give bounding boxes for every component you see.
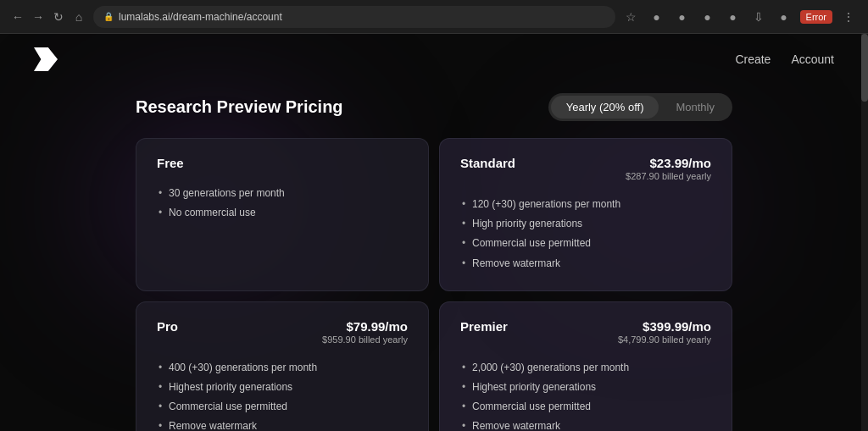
- plan-features-free: 30 generations per month No commercial u…: [157, 184, 408, 223]
- plan-card-header-standard: Standard $23.99/mo $287.90 billed yearly: [460, 156, 711, 181]
- plan-price-premier: $399.99/mo: [643, 319, 711, 334]
- lock-icon: 🔒: [103, 12, 114, 21]
- plan-features-premier: 2,000 (+30) generations per month Highes…: [460, 358, 711, 431]
- menu-icon[interactable]: ⋮: [839, 8, 858, 26]
- plan-price-standard: $23.99/mo: [649, 156, 711, 170]
- feature-pro-4: Remove watermark: [157, 417, 408, 431]
- feature-standard-3: Commercial use permitted: [460, 234, 711, 253]
- star-icon[interactable]: ☆: [622, 8, 641, 26]
- main-content: Research Preview Pricing Yearly (20% off…: [0, 85, 868, 431]
- billing-toggle: Yearly (20% off) Monthly: [548, 93, 732, 121]
- plan-price-block-premier: $399.99/mo $4,799.90 billed yearly: [618, 319, 711, 345]
- browser-actions: ☆ ● ● ● ● ⇩ ● Error ⋮: [622, 8, 858, 26]
- page: Create Account Research Preview Pricing …: [0, 34, 868, 431]
- download-icon[interactable]: ⇩: [749, 8, 768, 26]
- pricing-header: Research Preview Pricing Yearly (20% off…: [136, 93, 732, 121]
- plan-price-block-pro: $79.99/mo $959.90 billed yearly: [322, 319, 408, 345]
- feature-standard-4: Remove watermark: [460, 254, 711, 274]
- url-text: lumalabs.ai/dream-machine/account: [119, 11, 282, 23]
- back-button[interactable]: ←: [10, 9, 25, 25]
- feature-standard-1: 120 (+30) generations per month: [460, 195, 711, 214]
- error-badge[interactable]: Error: [800, 10, 832, 24]
- home-button[interactable]: ⌂: [71, 9, 86, 25]
- navbar: Create Account: [0, 34, 868, 85]
- feature-free-2: No commercial use: [157, 203, 408, 223]
- browser-nav-buttons: ← → ↻ ⌂: [10, 9, 86, 25]
- feature-premier-3: Commercial use permitted: [460, 397, 711, 417]
- feature-premier-4: Remove watermark: [460, 417, 711, 431]
- plan-card-pro: Pro $79.99/mo $959.90 billed yearly 400 …: [136, 301, 429, 431]
- feature-pro-2: Highest priority generations: [157, 378, 408, 397]
- extension-icon-4[interactable]: ●: [724, 8, 743, 26]
- feature-premier-2: Highest priority generations: [460, 378, 711, 397]
- plan-billed-standard: $287.90 billed yearly: [626, 171, 711, 181]
- plan-card-header-pro: Pro $79.99/mo $959.90 billed yearly: [157, 319, 408, 345]
- plan-price-pro: $79.99/mo: [346, 319, 408, 334]
- profile-icon[interactable]: ●: [775, 8, 793, 26]
- pricing-grid: Free 30 generations per month No commerc…: [136, 138, 732, 431]
- plan-card-premier: Premier $399.99/mo $4,799.90 billed year…: [439, 301, 732, 431]
- extension-icon-2[interactable]: ●: [673, 8, 692, 26]
- plan-name-pro: Pro: [157, 319, 178, 334]
- feature-premier-1: 2,000 (+30) generations per month: [460, 358, 711, 378]
- create-nav-link[interactable]: Create: [735, 52, 771, 66]
- plan-features-pro: 400 (+30) generations per month Highest …: [157, 358, 408, 431]
- logo[interactable]: [34, 47, 58, 71]
- feature-pro-3: Commercial use permitted: [157, 397, 408, 417]
- yearly-toggle-button[interactable]: Yearly (20% off): [551, 96, 659, 119]
- nav-links: Create Account: [735, 52, 834, 66]
- plan-card-free: Free 30 generations per month No commerc…: [136, 138, 429, 291]
- account-nav-link[interactable]: Account: [791, 52, 834, 66]
- extension-icon-3[interactable]: ●: [698, 8, 717, 26]
- plan-billed-pro: $959.90 billed yearly: [322, 334, 408, 345]
- address-bar[interactable]: 🔒 lumalabs.ai/dream-machine/account: [93, 6, 615, 28]
- pricing-title: Research Preview Pricing: [136, 97, 343, 117]
- plan-card-header-premier: Premier $399.99/mo $4,799.90 billed year…: [460, 319, 711, 345]
- plan-price-block-standard: $23.99/mo $287.90 billed yearly: [626, 156, 711, 181]
- plan-card-standard: Standard $23.99/mo $287.90 billed yearly…: [439, 138, 732, 291]
- plan-card-header-free: Free: [157, 156, 408, 170]
- extension-icon-1[interactable]: ●: [648, 8, 666, 26]
- plan-name-premier: Premier: [460, 319, 508, 334]
- browser-chrome: ← → ↻ ⌂ 🔒 lumalabs.ai/dream-machine/acco…: [0, 0, 868, 34]
- feature-standard-2: High priority generations: [460, 214, 711, 234]
- plan-name-standard: Standard: [460, 156, 515, 170]
- feature-pro-1: 400 (+30) generations per month: [157, 358, 408, 378]
- forward-button[interactable]: →: [31, 9, 46, 25]
- monthly-toggle-button[interactable]: Monthly: [660, 96, 730, 119]
- reload-button[interactable]: ↻: [51, 9, 66, 25]
- plan-features-standard: 120 (+30) generations per month High pri…: [460, 195, 711, 274]
- plan-name-free: Free: [157, 156, 184, 170]
- plan-billed-premier: $4,799.90 billed yearly: [618, 334, 711, 345]
- feature-free-1: 30 generations per month: [157, 184, 408, 203]
